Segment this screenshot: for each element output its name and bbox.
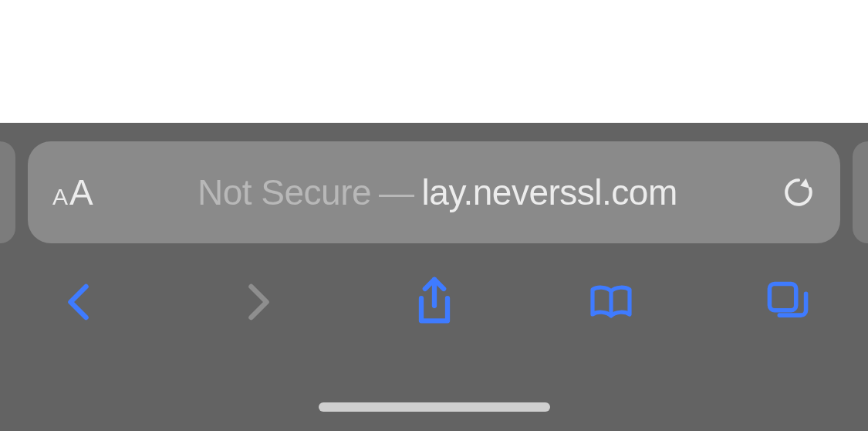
aa-large-glyph: A [69,171,93,213]
chevron-left-icon [57,276,103,328]
home-indicator[interactable] [319,402,550,412]
book-icon [588,276,634,328]
url-domain: lay.neverssl.com [422,172,677,212]
url-separator: — [379,172,414,212]
tabs-button[interactable] [762,276,814,328]
share-icon [411,276,458,328]
security-status-label: Not Secure [198,172,371,212]
url-text: Not Secure—lay.neverssl.com [198,171,677,213]
bookmarks-button[interactable] [585,276,637,328]
reload-button[interactable] [782,175,816,209]
reload-icon [784,175,813,209]
share-button[interactable] [408,276,461,328]
url-display[interactable]: Not Secure—lay.neverssl.com [109,171,766,213]
forward-button [231,276,283,328]
prev-tab-peek[interactable] [0,141,15,243]
chevron-right-icon [234,276,280,328]
reader-text-size-button[interactable]: AA [52,171,93,213]
svg-rect-0 [769,283,795,310]
bottom-toolbar [0,262,868,328]
back-button[interactable] [54,276,106,328]
address-bar-row: AA Not Secure—lay.neverssl.com [0,123,868,262]
address-bar[interactable]: AA Not Secure—lay.neverssl.com [28,141,840,243]
tabs-icon [765,276,811,328]
browser-chrome: AA Not Secure—lay.neverssl.com [0,123,868,431]
page-content-area [0,0,868,123]
next-tab-peek[interactable] [853,141,868,243]
aa-small-glyph: A [52,184,68,210]
